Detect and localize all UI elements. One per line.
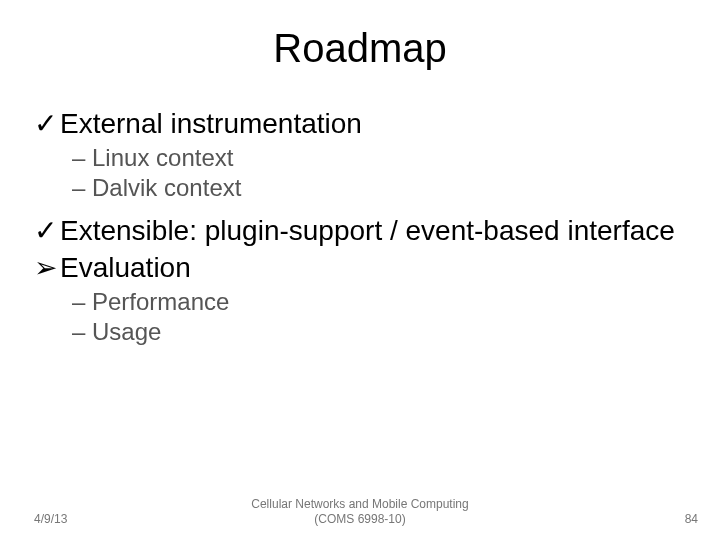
bullet-group-1: ✓External instrumentation –Linux context… (34, 106, 690, 203)
footer-page-number: 84 (685, 512, 698, 526)
bullet-text: Extensible: plugin-support / event-based… (60, 215, 675, 246)
check-icon: ✓ (34, 213, 60, 248)
bullet-text: External instrumentation (60, 108, 362, 139)
footer-center-line1: Cellular Networks and Mobile Computing (0, 497, 720, 511)
bullet-text: Linux context (92, 144, 233, 171)
slide: Roadmap ✓External instrumentation –Linux… (0, 0, 720, 540)
slide-content: ✓External instrumentation –Linux context… (34, 106, 690, 357)
dash-icon: – (72, 287, 92, 317)
bullet-level2: –Performance (72, 287, 690, 317)
bullet-level1: ➢Evaluation (34, 250, 690, 285)
slide-footer: 4/9/13 Cellular Networks and Mobile Comp… (0, 498, 720, 526)
footer-center: Cellular Networks and Mobile Computing (… (0, 497, 720, 526)
bullet-text: Evaluation (60, 252, 191, 283)
dash-icon: – (72, 317, 92, 347)
bullet-level1: ✓Extensible: plugin-support / event-base… (34, 213, 690, 248)
slide-title: Roadmap (0, 0, 720, 71)
bullet-text: Performance (92, 288, 229, 315)
check-icon: ✓ (34, 106, 60, 141)
bullet-group-2: ✓Extensible: plugin-support / event-base… (34, 213, 690, 347)
bullet-level2: –Linux context (72, 143, 690, 173)
bullet-level2: –Dalvik context (72, 173, 690, 203)
bullet-text: Usage (92, 318, 161, 345)
bullet-level2: –Usage (72, 317, 690, 347)
dash-icon: – (72, 143, 92, 173)
dash-icon: – (72, 173, 92, 203)
bullet-text: Dalvik context (92, 174, 241, 201)
bullet-level1: ✓External instrumentation (34, 106, 690, 141)
arrow-icon: ➢ (34, 250, 60, 285)
footer-center-line2: (COMS 6998-10) (0, 512, 720, 526)
